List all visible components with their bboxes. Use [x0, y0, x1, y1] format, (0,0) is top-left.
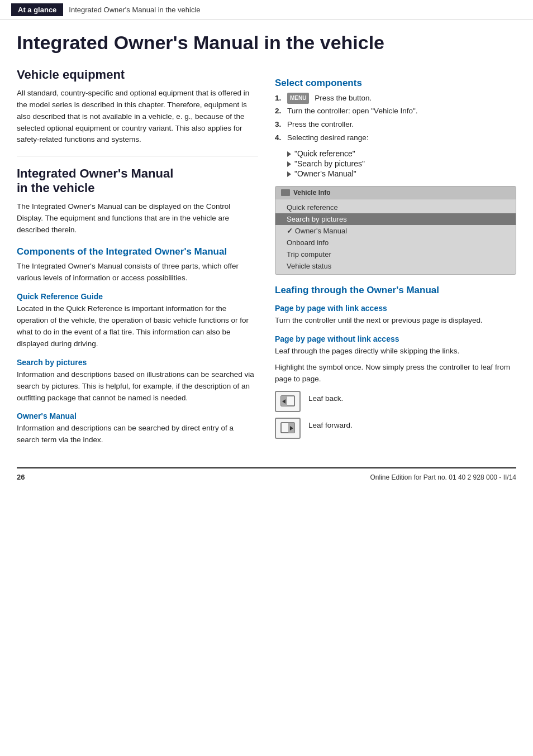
vi-header-icon	[281, 189, 290, 196]
page-without-link-body1: Leaf through the pages directly while sk…	[275, 346, 516, 357]
right-column: Select components 1. MENU Press the butt…	[275, 68, 516, 451]
leafing-heading: Leafing through the Owner's Manual	[275, 285, 516, 296]
bullet-3: "Owner's Manual"	[287, 169, 516, 178]
owners-manual-body: Information and descriptions can be sear…	[17, 423, 258, 446]
leaf-forward-icon	[275, 418, 301, 439]
vi-item-search: Search by pictures	[275, 213, 516, 225]
header-page-title: Integrated Owner's Manual in the vehicle	[69, 6, 200, 14]
bullet-items: "Quick reference" "Search by pictures" "…	[275, 149, 516, 178]
footer: 26 Online Edition for Part no. 01 40 2 9…	[17, 467, 516, 481]
bullet-2: "Search by pictures"	[287, 159, 516, 168]
header-bar: At a glance Integrated Owner's Manual in…	[0, 0, 533, 20]
owners-manual-heading: Owner's Manual	[17, 412, 258, 420]
menu-badge: MENU	[287, 93, 309, 104]
triangle-icon-1	[287, 151, 291, 157]
vehicle-info-box: Vehicle Info Quick reference Search by p…	[275, 186, 516, 275]
page-with-link-body: Turn the controller until the next or pr…	[275, 315, 516, 327]
step-1: 1. MENU Press the button.	[275, 92, 516, 104]
page-without-link-heading: Page by page without link access	[275, 334, 516, 343]
footer-edition-text: Online Edition for Part no. 01 40 2 928 …	[370, 473, 516, 481]
leaf-back-svg	[280, 394, 296, 409]
leaf-forward-svg	[280, 420, 296, 436]
two-col-layout: Vehicle equipment All standard, country-…	[17, 68, 516, 451]
vi-header: Vehicle Info	[275, 186, 516, 199]
components-body: The Integrated Owner's Manual consists o…	[17, 261, 258, 284]
page-without-link-body2: Highlight the symbol once. Now simply pr…	[275, 362, 516, 385]
vi-item-vehicle-status: Vehicle status	[275, 260, 516, 272]
integrated-manual-heading: Integrated Owner's Manual in the vehicle	[17, 166, 258, 195]
search-by-pictures-heading: Search by pictures	[17, 358, 258, 367]
vi-item-onboard: Onboard info	[275, 237, 516, 248]
header-tab-at-a-glance[interactable]: At a glance	[11, 3, 63, 16]
integrated-manual-body: The Integrated Owner's Manual can be dis…	[17, 201, 258, 236]
leaf-forward-container: Leaf forward.	[275, 418, 516, 439]
vi-item-quick-ref: Quick reference	[275, 202, 516, 213]
triangle-icon-3	[287, 171, 291, 177]
step-3: 3. Press the controller.	[275, 118, 516, 131]
leaf-back-container: Leaf back.	[275, 391, 516, 412]
page-with-link-heading: Page by page with link access	[275, 304, 516, 313]
step-4: 4. Selecting desired range:	[275, 132, 516, 144]
steps-list: 1. MENU Press the button. 2. Turn the co…	[275, 92, 516, 143]
leaf-back-icon	[275, 391, 301, 412]
vi-item-owners-manual: Owner's Manual	[275, 225, 516, 237]
search-by-pictures-body: Information and descriptions based on il…	[17, 369, 258, 404]
divider-1	[17, 156, 258, 156]
left-column: Vehicle equipment All standard, country-…	[17, 68, 258, 451]
step-2: 2. Turn the controller: open "Vehicle In…	[275, 105, 516, 117]
leaf-forward-label: Leaf forward.	[308, 420, 353, 432]
vehicle-equipment-body: All standard, country-specific and optio…	[17, 88, 258, 146]
components-heading: Components of the Integrated Owner's Man…	[17, 246, 258, 257]
vi-list: Quick reference Search by pictures Owner…	[275, 199, 516, 274]
footer-page-number: 26	[17, 473, 25, 481]
bullet-1: "Quick reference"	[287, 149, 516, 158]
page-content: Integrated Owner's Manual in the vehicle…	[0, 20, 533, 504]
select-components-heading: Select components	[275, 78, 516, 89]
quick-ref-body: Located in the Quick Reference is import…	[17, 303, 258, 350]
vi-item-trip: Trip computer	[275, 248, 516, 260]
quick-ref-heading: Quick Reference Guide	[17, 292, 258, 301]
vehicle-equipment-heading: Vehicle equipment	[17, 68, 258, 82]
leaf-back-label: Leaf back.	[308, 393, 343, 405]
triangle-icon-2	[287, 161, 291, 167]
main-title: Integrated Owner's Manual in the vehicle	[17, 31, 516, 54]
